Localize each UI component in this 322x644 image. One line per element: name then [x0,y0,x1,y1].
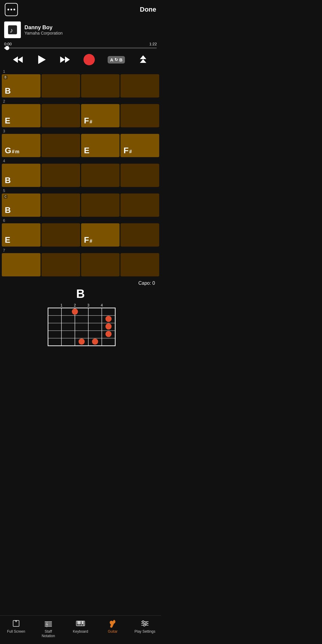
svg-marker-5 [60,56,65,63]
row-number-6: 6 [1,217,160,223]
chord-cell-r7-c1[interactable] [2,253,41,276]
chord-name: E [5,117,10,125]
progress-times: 0:00 1:22 [4,42,157,46]
fretboard-svg: 1 2 3 4 [39,303,122,349]
svg-point-24 [106,323,112,330]
scroll-button[interactable] [138,54,148,65]
chord-cell-r2-c1[interactable]: E [2,104,41,127]
chord-row-2: EF# [1,104,160,127]
menu-button[interactable] [5,3,18,16]
chord-row-group-7: 7 [1,247,160,276]
rewind-icon [13,54,23,65]
row-number-3: 3 [1,128,160,134]
chord-name: F# [84,117,92,125]
track-title: Danny Boy [24,24,157,31]
chord-cell-r2-c2[interactable] [41,104,80,127]
chord-cell-r2-c3[interactable]: F# [81,104,120,127]
fretboard-diagram: 1 2 3 4 [39,303,122,349]
album-art: ♪ [4,21,21,38]
chord-cell-r1-c2[interactable] [41,74,80,97]
chord-diagram-section: Capo: 0 B 1 2 3 4 [0,277,161,351]
svg-marker-2 [13,56,18,63]
chord-cell-r2-c4[interactable] [120,104,159,127]
svg-text:2: 2 [74,303,76,307]
chord-cell-r4-c1[interactable]: B [2,164,41,187]
play-button[interactable] [36,54,47,65]
svg-text:4: 4 [101,303,103,307]
chord-cell-r1-c3[interactable] [81,74,120,97]
chord-cell-r1-c4[interactable] [120,74,159,97]
row-number-5: 5 [1,188,160,193]
svg-marker-4 [38,55,46,64]
chord-row-3: G#mEF# [1,134,160,157]
row-number-2: 2 [1,98,160,104]
music-note-icon: ♪ [8,25,17,34]
chord-cell-r5-c3[interactable] [81,193,120,217]
done-button[interactable]: Done [140,6,156,13]
chord-row-group-6: 6EF# [1,217,160,247]
chord-row-group-4: 4B [1,158,160,187]
chord-row-7 [1,253,160,276]
chord-cell-r3-c1[interactable]: G#m [2,134,41,157]
row-number-4: 4 [1,158,160,164]
chord-row-group-1: 1BB [1,68,160,97]
chord-cell-r3-c4[interactable]: F# [120,134,159,157]
fastforward-button[interactable] [60,54,70,65]
ab-label: A [110,57,113,62]
now-playing-bar: ♪ Danny Boy Yamaha Corporation [0,19,161,41]
track-artist: Yamaha Corporation [24,31,157,35]
chord-name: E [84,146,90,155]
chord-cell-r4-c4[interactable] [120,164,159,187]
record-button[interactable] [83,54,95,65]
chord-cell-r6-c4[interactable] [120,223,159,247]
chord-name: F# [123,146,132,155]
ab-arrow-icon: ↻ [114,57,118,62]
progress-thumb[interactable] [5,46,9,50]
chord-row-5: CB [1,193,160,217]
chord-row-group-2: 2EF# [1,98,160,127]
chord-row-6: EF# [1,223,160,247]
svg-point-26 [92,338,98,345]
chord-cell-r7-c2[interactable] [41,253,80,276]
ab-loop-button[interactable]: A ↻ B [108,56,125,64]
chord-badge: C [4,195,7,199]
chord-name: F# [84,236,92,244]
chord-badge: B [4,75,7,79]
svg-marker-3 [18,56,23,63]
time-current: 0:00 [4,42,12,46]
progress-bar[interactable] [4,47,157,49]
chord-cell-r5-c1[interactable]: CB [2,193,41,217]
row-number-7: 7 [1,247,160,253]
rewind-button[interactable] [13,54,23,65]
chord-row-group-3: 3G#mEF# [1,128,160,157]
chord-cell-r3-c2[interactable] [41,134,80,157]
chord-cell-r4-c2[interactable] [41,164,80,187]
ab-label-b: B [119,57,123,62]
chord-grid: 1BB2EF#3G#mEF#4B5CB6EF#7 [0,68,161,276]
chord-cell-r6-c3[interactable]: F# [81,223,120,247]
chord-cell-r6-c2[interactable] [41,223,80,247]
header: Done [0,0,161,19]
chord-name: B [5,176,11,185]
chord-cell-r7-c4[interactable] [120,253,159,276]
chord-cell-r7-c3[interactable] [81,253,120,276]
chord-row-1: BB [1,74,160,97]
chord-cell-r6-c1[interactable]: E [2,223,41,247]
chord-cell-r4-c3[interactable] [81,164,120,187]
chord-diagram-title: B [6,287,155,301]
chord-cell-r5-c2[interactable] [41,193,80,217]
chord-cell-r1-c1[interactable]: BB [2,74,41,97]
chord-name: G#m [5,146,19,155]
progress-section: 0:00 1:22 [0,41,161,51]
chord-cell-r3-c3[interactable]: E [81,134,120,157]
fastforward-icon [60,54,70,65]
chord-cell-r5-c4[interactable] [120,193,159,217]
playback-controls: A ↻ B [0,51,161,68]
svg-point-25 [106,331,112,337]
chord-row-4: B [1,164,160,187]
svg-marker-6 [65,56,70,63]
chord-name: E [5,236,10,244]
svg-text:♪: ♪ [10,27,13,34]
track-info: Danny Boy Yamaha Corporation [24,24,157,35]
svg-marker-7 [140,55,146,59]
